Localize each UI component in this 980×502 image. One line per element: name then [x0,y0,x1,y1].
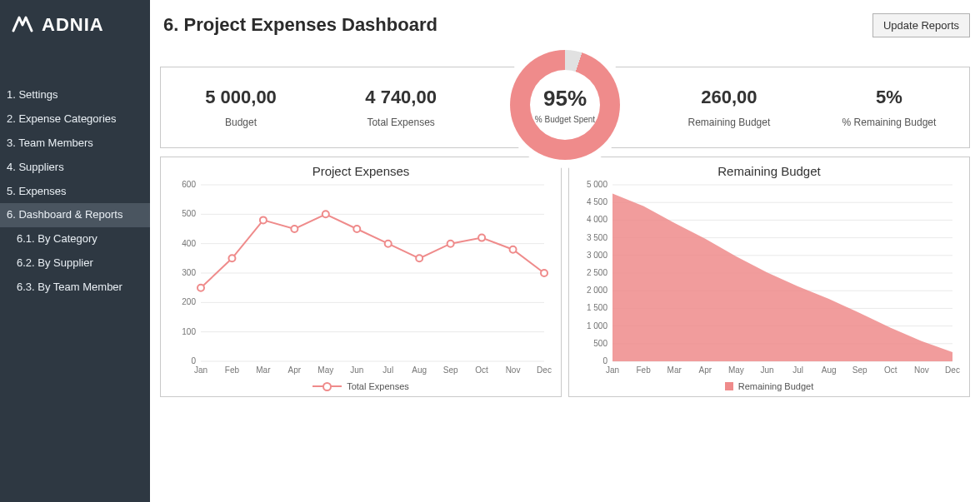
svg-text:Aug: Aug [822,365,837,375]
project-expenses-svg: 0100200300400500600JanFebMarAprMayJunJul… [169,180,552,380]
svg-text:Feb: Feb [225,365,240,375]
nav-by-supplier[interactable]: 6.2. By Supplier [0,251,150,276]
remaining-budget-chart: Remaining Budget 05001 0001 5002 0002 50… [568,157,970,397]
svg-point-31 [353,226,360,232]
nav-dashboard-reports[interactable]: 6. Dashboard & Reports [0,203,150,227]
brand: ADNIA [0,0,150,50]
svg-text:Mar: Mar [256,365,271,375]
kpi-remaining-budget: 260,00 Remaining Budget [649,67,809,147]
main: 6. Project Expenses Dashboard Update Rep… [150,0,980,502]
svg-text:Nov: Nov [506,365,521,375]
svg-point-27 [228,255,235,261]
svg-text:500: 500 [593,339,608,348]
svg-point-35 [478,235,485,241]
svg-text:Aug: Aug [412,365,427,375]
kpi-budget: 5 000,00 Budget [161,67,321,147]
kpi-total-expenses-label: Total Expenses [367,117,434,128]
line-marker-icon [312,382,342,391]
remaining-budget-svg: 05001 0001 5002 0002 5003 0003 5004 0004… [578,180,961,380]
kpi-row: 5 000,00 Budget 4 740,00 Total Expenses … [160,67,970,148]
remaining-budget-legend-label: Remaining Budget [738,381,814,391]
svg-point-28 [260,216,267,223]
svg-text:Jul: Jul [792,365,803,375]
remaining-budget-title: Remaining Budget [578,162,961,180]
svg-text:Sep: Sep [443,365,458,375]
svg-text:2 000: 2 000 [587,286,608,295]
svg-point-29 [291,226,298,232]
nav-settings[interactable]: 1. Settings [0,83,150,107]
kpi-remaining-budget-label: Remaining Budget [688,117,771,128]
project-expenses-title: Project Expenses [169,162,552,180]
svg-text:100: 100 [182,327,196,336]
svg-point-36 [510,246,517,253]
svg-text:4 000: 4 000 [587,215,608,224]
svg-text:Oct: Oct [475,365,488,375]
svg-text:May: May [318,365,333,375]
svg-text:0: 0 [602,356,608,365]
svg-point-30 [322,211,329,217]
svg-point-34 [448,241,454,247]
donut-percent: 95% [543,86,587,112]
sidebar: ADNIA 1. Settings 2. Expense Categories … [0,0,150,502]
project-expenses-chart: Project Expenses 0100200300400500600JanF… [160,157,562,397]
svg-text:1 000: 1 000 [587,321,608,331]
nav: 1. Settings 2. Expense Categories 3. Tea… [0,83,150,300]
svg-text:Dec: Dec [945,365,960,375]
kpi-total-expenses: 4 740,00 Total Expenses [321,67,481,147]
svg-text:300: 300 [182,268,196,277]
svg-text:Apr: Apr [698,365,712,375]
update-reports-button[interactable]: Update Reports [872,13,970,37]
svg-text:Sep: Sep [852,365,868,375]
svg-text:Dec: Dec [537,365,552,375]
page-title: 6. Project Expenses Dashboard [163,14,438,36]
svg-point-37 [541,270,548,276]
kpi-remaining-pct-value: 5% [876,87,902,108]
svg-text:Oct: Oct [884,365,898,375]
svg-text:Jun: Jun [760,365,773,375]
project-expenses-legend-label: Total Expenses [347,381,409,391]
svg-text:500: 500 [182,209,196,218]
square-marker-icon [725,382,733,390]
svg-point-32 [385,241,392,247]
svg-text:Apr: Apr [288,365,302,375]
kpi-remaining-pct: 5% % Remaining Budget [809,67,969,147]
kpi-remaining-budget-value: 260,00 [701,87,757,108]
svg-text:400: 400 [182,239,196,248]
project-expenses-legend: Total Expenses [169,380,552,393]
svg-text:0: 0 [191,356,196,365]
svg-text:2 500: 2 500 [587,268,608,277]
svg-point-33 [416,255,422,261]
svg-text:Jun: Jun [350,365,363,375]
svg-text:3 500: 3 500 [587,233,608,242]
svg-text:600: 600 [182,180,196,189]
nav-suppliers[interactable]: 4. Suppliers [0,156,150,180]
svg-text:Feb: Feb [636,365,651,375]
svg-text:Nov: Nov [914,365,929,375]
svg-text:Mar: Mar [668,365,682,375]
brand-name: ADNIA [42,14,104,36]
svg-text:4 500: 4 500 [587,197,608,206]
svg-text:May: May [728,365,744,375]
svg-text:200: 200 [182,297,196,306]
brand-logo-icon [12,14,33,36]
svg-text:Jan: Jan [606,365,619,375]
nav-by-team-member[interactable]: 6.3. By Team Member [0,276,150,300]
svg-text:Jan: Jan [194,365,208,375]
donut-label: % Budget Spent [535,115,595,124]
svg-text:1 500: 1 500 [587,303,608,312]
donut-chart: 95% % Budget Spent [502,42,628,168]
svg-point-26 [198,285,204,291]
kpi-total-expenses-value: 4 740,00 [365,87,437,108]
nav-expenses[interactable]: 5. Expenses [0,180,150,204]
charts-row: Project Expenses 0100200300400500600JanF… [160,157,970,397]
svg-text:3 000: 3 000 [587,251,608,260]
kpi-budget-label: Budget [225,117,257,128]
kpi-budget-value: 5 000,00 [205,87,277,108]
nav-expense-categories[interactable]: 2. Expense Categories [0,107,150,132]
svg-text:5 000: 5 000 [587,180,608,189]
kpi-remaining-pct-label: % Remaining Budget [842,117,937,128]
nav-by-category[interactable]: 6.1. By Category [0,227,150,251]
nav-team-members[interactable]: 3. Team Members [0,132,150,156]
remaining-budget-legend: Remaining Budget [578,380,961,393]
svg-text:Jul: Jul [382,365,393,375]
